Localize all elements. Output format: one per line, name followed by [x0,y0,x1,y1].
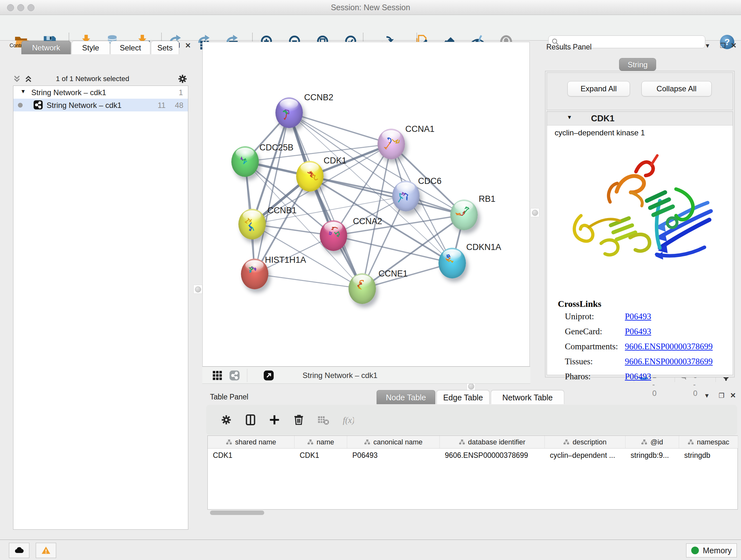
network-list: String Network – cdk1 1 String Network –… [13,85,188,530]
column-type-icon [688,439,694,445]
delete-table-button[interactable] [318,414,330,426]
memory-button[interactable]: Memory [686,543,737,557]
tab-string[interactable]: String [619,58,656,71]
crosslink-value-link[interactable]: P06493 [625,372,651,381]
control-panel-close-button[interactable] [183,42,193,50]
tab-style[interactable]: Style [71,41,110,54]
column-header-description[interactable]: description [545,436,625,449]
edge-HIST1H1A-CCNE1[interactable] [255,274,362,289]
node-label-CDKN1A: CDKN1A [466,242,501,252]
network-node-CDC25B[interactable] [231,146,259,177]
network-node-CCNA2[interactable] [320,220,347,251]
column-header--id[interactable]: @id [625,436,679,449]
protein-section-header[interactable]: CDK1 [547,112,733,125]
tab-network-table[interactable]: Network Table [491,390,564,404]
column-type-icon [641,439,648,445]
table-gear-button[interactable] [220,414,232,426]
column-header-database-identifier[interactable]: database identifier [440,436,545,449]
function-builder-button[interactable]: f(x) [342,414,354,426]
network-node-RB1[interactable] [450,199,478,230]
expand-all-networks-icon[interactable] [23,74,33,84]
network-row-selected[interactable]: String Network – cdk1 11 48 [13,99,188,111]
results-panel-close-button[interactable] [729,42,738,50]
network-options-gear-icon[interactable] [177,73,188,84]
tab-node-table[interactable]: Node Table [377,390,435,404]
scrollbar-thumb[interactable] [210,510,264,515]
results-panel-float-button[interactable] [718,42,728,50]
network-node-CDC6[interactable] [392,181,420,211]
current-network-dot [18,103,23,108]
table-panel-close-button[interactable] [728,391,738,400]
network-node-CCNB2[interactable] [275,98,303,128]
table-cell[interactable]: CDK1 [300,451,346,460]
grid-view-icon[interactable] [212,370,223,381]
collection-expander-icon[interactable] [20,88,26,95]
table-cell[interactable]: 9606.ENSP00000378699 [445,451,543,460]
network-node-HIST1H1A[interactable] [241,259,268,289]
zoom-button[interactable] [27,4,35,11]
crosslink-value-link[interactable]: 9606.ENSP00000378699 [625,341,713,352]
section-collapse-icon[interactable] [567,114,572,121]
crosslink-row: Compartments:9606.ENSP00000378699 [547,341,733,357]
results-buttons-box: Expand All Collapse All [547,72,733,110]
crosslink-value-link[interactable]: 9606.ENSP00000378699 [625,357,713,367]
tab-select[interactable]: Select [111,41,150,54]
edge-CCNB2-CCNA1[interactable] [289,113,391,144]
crosslink-row: GeneCard:P06493 [547,327,733,341]
close-button[interactable] [7,4,14,11]
network-node-CCNA1[interactable] [378,129,405,159]
collapse-all-button[interactable]: Collapse All [642,81,712,97]
network-collection-row[interactable]: String Network – cdk1 1 [13,86,188,99]
table-cell[interactable]: P06493 [352,451,439,460]
results-panel-menu-button[interactable] [703,42,712,50]
column-type-icon [364,439,370,445]
network-node-CCNE1[interactable] [348,273,376,304]
network-canvas[interactable]: CCNB2CCNA1CDC25BCDK1CDC6RB1CCNB1CCNA2CDK… [202,42,530,367]
left-splitter-handle[interactable] [193,285,202,294]
crosslink-value-link[interactable]: P06493 [625,327,651,336]
tab-edge-table[interactable]: Edge Table [436,390,489,404]
detach-view-icon[interactable] [263,370,274,381]
table-cell[interactable]: stringdb:9... [630,451,678,460]
column-header-shared-name[interactable]: shared name [208,436,294,449]
network-edges [203,42,530,367]
network-node-CDKN1A[interactable] [439,248,466,278]
tab-sets[interactable]: Sets [151,41,179,54]
column-type-icon [563,439,569,445]
column-header-namespac[interactable]: namespac [679,436,738,449]
expand-all-button[interactable]: Expand All [567,81,630,97]
network-view-share-icon[interactable] [229,370,240,381]
string-app-icon [33,100,43,110]
table-cell[interactable]: CDK1 [213,451,293,460]
table-horizontal-scrollbar[interactable] [207,510,738,515]
column-type-icon [226,439,232,445]
main-toolbar: ? [0,15,741,41]
add-column-button[interactable] [268,414,280,426]
edge-CCNA2-CDKN1A[interactable] [333,236,452,263]
delete-column-button[interactable] [293,414,305,426]
crosslink-label: GeneCard: [565,327,602,336]
crosslink-value-link[interactable]: P06493 [625,312,651,321]
network-view-panel: CCNB2CCNA1CDC25BCDK1CDC6RB1CCNB1CCNA2CDK… [202,41,530,390]
crosslink-row: Uniprot:P06493 [547,312,733,327]
right-splitter-handle[interactable] [530,208,539,217]
table-panel-float-button[interactable] [717,391,726,400]
network-node-CDK1[interactable] [296,161,324,192]
results-panel-title: Results Panel [546,43,592,51]
table-cell[interactable]: stringdb [684,451,737,460]
table-panel-menu-button[interactable] [702,391,712,400]
network-node-CCNB1[interactable] [239,209,266,240]
cloud-status-button[interactable] [9,543,29,558]
table-cell[interactable]: cyclin–dependent ... [550,451,624,460]
column-header-canonical-name[interactable]: canonical name [347,436,440,449]
show-columns-button[interactable] [245,414,257,426]
minimize-button[interactable] [17,4,24,11]
node-label-CCNB2: CCNB2 [304,92,333,103]
node-table[interactable]: shared nameCDK1nameCDK1canonical nameP06… [207,435,738,509]
tab-network[interactable]: Network [21,41,71,54]
column-header-name[interactable]: name [294,436,347,449]
node-label-RB1: RB1 [479,194,495,204]
warnings-button[interactable] [36,543,56,558]
collapse-all-networks-icon[interactable] [12,74,22,84]
node-label-CCNA2: CCNA2 [353,216,382,226]
